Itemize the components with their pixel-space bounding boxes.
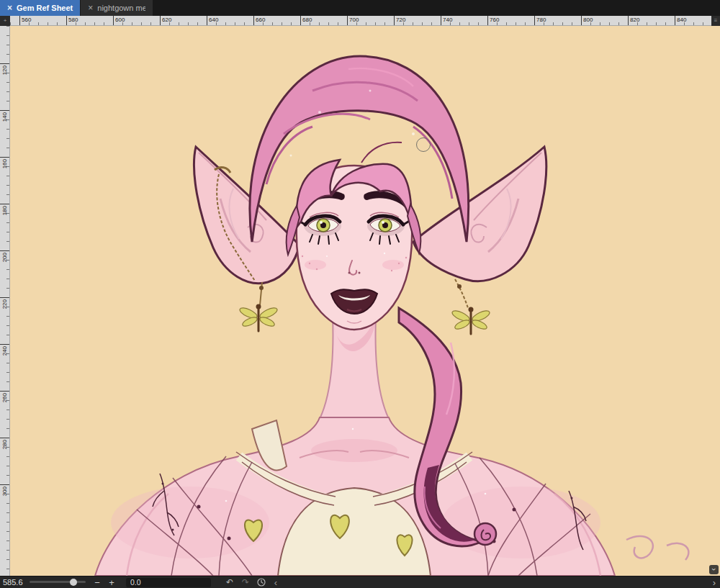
zoom-slider[interactable] — [30, 576, 86, 588]
v-ruler-tick-label: 280 — [0, 438, 10, 438]
zoom-value: 585.6 — [3, 578, 30, 587]
h-ruler-tick-label: 700 — [347, 16, 359, 26]
tab-label: nightgown me — [97, 4, 145, 12]
history-timer-icon[interactable] — [254, 578, 269, 587]
scroll-down-button[interactable]: › — [709, 565, 719, 574]
close-tab-icon[interactable]: × — [88, 4, 93, 12]
h-ruler-tick-label: 640 — [207, 16, 218, 26]
h-ruler-tick-label: 620 — [160, 16, 171, 26]
h-ruler-tick-label: 840 — [675, 16, 686, 26]
h-ruler-tick-label: 800 — [581, 16, 593, 26]
v-ruler-tick-label: 140 — [0, 110, 10, 111]
v-ruler-tick-label: 260 — [0, 391, 10, 392]
ruler-horizontal: 5605806006206406606807007207407607808008… — [10, 16, 720, 26]
ruler-origin-button[interactable]: + — [0, 16, 10, 26]
tab-bar: × Gem Ref Sheet × nightgown me — [0, 0, 720, 16]
h-ruler-tick-label: 660 — [253, 16, 265, 26]
v-ruler-tick-label: 180 — [0, 204, 10, 204]
h-ruler-tick-label: 820 — [628, 16, 639, 26]
tab-gem-ref-sheet[interactable]: × Gem Ref Sheet — [0, 0, 80, 16]
tab-label: Gem Ref Sheet — [17, 4, 73, 12]
h-ruler-tick-label: 600 — [113, 16, 125, 26]
close-tab-icon[interactable]: × — [7, 4, 12, 12]
h-ruler-tick-label: 740 — [441, 16, 452, 26]
canvas-viewport[interactable]: › — [10, 26, 720, 576]
rotation-value-box[interactable]: 0.0 — [126, 578, 211, 587]
ruler-menu-button[interactable]: ≡ — [711, 16, 720, 26]
v-ruler-tick-label: 120 — [0, 63, 10, 64]
tab-nightgown[interactable]: × nightgown me — [81, 0, 153, 16]
expand-right-button[interactable]: › — [713, 577, 716, 588]
v-ruler-tick-label: 240 — [0, 344, 10, 345]
paint-app-window: × Gem Ref Sheet × nightgown me + 5605806… — [0, 0, 720, 588]
h-ruler-tick-label: 780 — [534, 16, 546, 26]
zoom-slider-thumb[interactable] — [70, 579, 77, 586]
h-ruler-tick-label: 560 — [19, 16, 31, 26]
zoom-slider-track — [30, 581, 86, 583]
status-bar: 585.6 − + 0.0 ↶ ↷ ‹ › — [0, 576, 720, 588]
v-ruler-tick-label: 160 — [0, 157, 10, 158]
history-controls: ↶ ↷ ‹ — [222, 577, 282, 588]
ruler-vertical: 120140160180200220240260280300 — [0, 26, 10, 576]
undo-button[interactable]: ↶ — [222, 577, 237, 587]
h-ruler-tick-label: 580 — [66, 16, 78, 26]
v-ruler-tick-label: 300 — [0, 484, 10, 485]
zoom-out-button[interactable]: − — [90, 577, 104, 588]
redo-button[interactable]: ↷ — [238, 577, 253, 587]
h-ruler-tick-label: 720 — [394, 16, 405, 26]
artwork-elf-portrait — [10, 26, 720, 576]
v-ruler-tick-label: 220 — [0, 297, 10, 298]
zoom-in-button[interactable]: + — [104, 577, 119, 588]
v-ruler-tick-label: 200 — [0, 250, 10, 251]
collapse-left-button[interactable]: ‹ — [270, 577, 282, 588]
rotation-value: 0.0 — [130, 578, 141, 587]
brush-cursor — [416, 137, 431, 152]
h-ruler-tick-label: 760 — [487, 16, 499, 26]
h-ruler-tick-label: 680 — [300, 16, 312, 26]
